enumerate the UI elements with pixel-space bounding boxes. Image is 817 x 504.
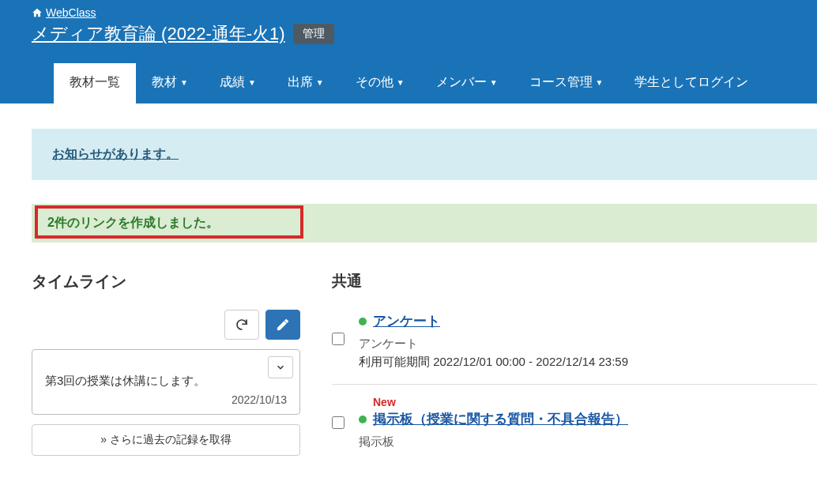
material-item: New 掲示板（授業に関する質問・不具合報告） 掲示板 xyxy=(332,396,817,464)
nav-tabs: 教材一覧 教材▼ 成績▼ 出席▼ その他▼ メンバー▼ コース管理▼ 学生として… xyxy=(0,63,817,103)
notice-link[interactable]: お知らせがあります。 xyxy=(52,147,179,160)
material-title-link[interactable]: 掲示板（授業に関する質問・不具合報告） xyxy=(373,410,628,428)
compose-button[interactable] xyxy=(265,310,300,340)
timeline-date: 2022/10/13 xyxy=(45,393,287,406)
load-more-button[interactable]: » さらに過去の記録を取得 xyxy=(32,424,300,456)
material-type: 掲示板 xyxy=(359,434,817,449)
status-dot-icon xyxy=(359,318,367,325)
collapse-button[interactable] xyxy=(268,356,293,378)
nav-tab-materials-list[interactable]: 教材一覧 xyxy=(54,63,136,103)
timeline-panel: タイムライン 第3回の授業は休講にします。 2022/10/13 » さらに過去… xyxy=(32,271,300,456)
brand-label: WebClass xyxy=(46,6,96,19)
caret-down-icon: ▼ xyxy=(248,78,256,87)
caret-down-icon: ▼ xyxy=(596,78,604,87)
materials-panel: 共通 アンケート アンケート 利用可能期間 2022/12/01 00:00 -… xyxy=(332,271,817,475)
material-checkbox[interactable] xyxy=(332,416,344,429)
nav-tab-members[interactable]: メンバー▼ xyxy=(420,63,514,103)
nav-tab-grades[interactable]: 成績▼ xyxy=(204,63,272,103)
timeline-heading: タイムライン xyxy=(32,271,300,292)
success-text: 2件のリンクを作成しました。 xyxy=(47,216,219,229)
caret-down-icon: ▼ xyxy=(490,78,498,87)
success-box: 2件のリンクを作成しました。 xyxy=(32,204,817,243)
material-checkbox[interactable] xyxy=(332,333,344,345)
caret-down-icon: ▼ xyxy=(397,78,405,87)
course-title[interactable]: メディア教育論 (2022-通年-火1) xyxy=(32,22,285,46)
brand-link[interactable]: WebClass xyxy=(32,6,96,19)
nav-tab-other[interactable]: その他▼ xyxy=(340,63,420,103)
material-period: 利用可能期間 2022/12/01 00:00 - 2022/12/14 23:… xyxy=(359,355,817,370)
nav-tab-materials[interactable]: 教材▼ xyxy=(136,63,204,103)
material-title-link[interactable]: アンケート xyxy=(373,312,440,330)
timeline-message: 第3回の授業は休講にします。 xyxy=(45,374,287,389)
timeline-card: 第3回の授業は休講にします。 2022/10/13 xyxy=(32,349,300,415)
material-type: アンケート xyxy=(359,337,817,352)
refresh-button[interactable] xyxy=(224,310,259,340)
nav-tab-login-as-student[interactable]: 学生としてログイン xyxy=(619,63,764,103)
material-item: アンケート アンケート 利用可能期間 2022/12/01 00:00 - 20… xyxy=(332,312,817,385)
nav-tab-course-admin[interactable]: コース管理▼ xyxy=(514,63,619,103)
header: WebClass メディア教育論 (2022-通年-火1) 管理 教材一覧 教材… xyxy=(0,0,817,103)
notice-box: お知らせがあります。 xyxy=(32,129,817,180)
home-icon xyxy=(32,7,43,18)
new-badge: New xyxy=(373,396,817,408)
refresh-icon xyxy=(235,318,249,332)
materials-heading: 共通 xyxy=(332,271,817,291)
caret-down-icon: ▼ xyxy=(316,78,324,87)
status-dot-icon xyxy=(359,416,367,423)
caret-down-icon: ▼ xyxy=(180,78,188,87)
nav-tab-attendance[interactable]: 出席▼ xyxy=(272,63,340,103)
chevron-down-icon xyxy=(275,362,286,373)
pencil-icon xyxy=(276,318,290,332)
admin-badge[interactable]: 管理 xyxy=(293,24,334,44)
